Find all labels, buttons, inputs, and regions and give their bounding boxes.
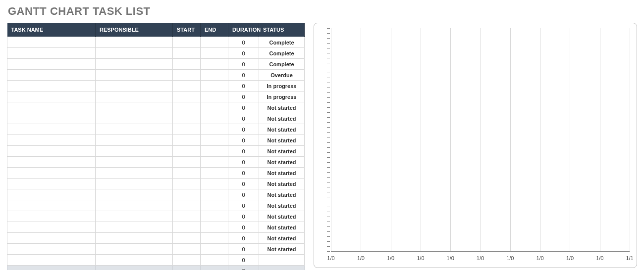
cell-duration[interactable]: 0 bbox=[228, 189, 259, 200]
cell-responsible[interactable] bbox=[96, 168, 173, 179]
cell-task[interactable] bbox=[7, 48, 96, 59]
table-row[interactable]: 0Not started bbox=[7, 233, 305, 244]
table-row[interactable]: 0Not started bbox=[7, 211, 305, 222]
cell-responsible[interactable] bbox=[96, 59, 173, 70]
cell-responsible[interactable] bbox=[96, 244, 173, 255]
cell-duration[interactable]: 0 bbox=[228, 200, 259, 211]
cell-end[interactable] bbox=[201, 81, 228, 91]
cell-duration[interactable]: 0 bbox=[228, 146, 259, 157]
cell-task[interactable] bbox=[7, 37, 96, 48]
cell-end[interactable] bbox=[201, 255, 228, 266]
cell-duration[interactable]: 0 bbox=[228, 59, 259, 70]
cell-end[interactable] bbox=[201, 70, 228, 81]
cell-task[interactable] bbox=[7, 91, 96, 102]
cell-task[interactable] bbox=[7, 244, 96, 255]
cell-end[interactable] bbox=[201, 146, 228, 157]
cell-start[interactable] bbox=[173, 91, 201, 102]
table-row[interactable]: 0Not started bbox=[7, 179, 305, 189]
cell-responsible[interactable] bbox=[96, 179, 173, 189]
cell-duration[interactable]: 0 bbox=[228, 157, 259, 168]
cell-duration[interactable]: 0 bbox=[228, 233, 259, 244]
cell-end[interactable] bbox=[201, 189, 228, 200]
cell-responsible[interactable] bbox=[96, 135, 173, 146]
table-row[interactable]: 0 bbox=[7, 255, 305, 266]
table-row[interactable]: 0Not started bbox=[7, 222, 305, 233]
cell-duration[interactable]: 0 bbox=[228, 135, 259, 146]
cell-task[interactable] bbox=[7, 102, 96, 113]
cell-end[interactable] bbox=[201, 157, 228, 168]
cell-start[interactable] bbox=[173, 124, 201, 135]
cell-start[interactable] bbox=[173, 189, 201, 200]
table-row[interactable]: 0Not started bbox=[7, 189, 305, 200]
cell-duration[interactable]: 0 bbox=[228, 222, 259, 233]
cell-duration[interactable]: 0 bbox=[228, 48, 259, 59]
cell-responsible[interactable] bbox=[96, 48, 173, 59]
table-row[interactable]: 0Not started bbox=[7, 157, 305, 168]
cell-start[interactable] bbox=[173, 113, 201, 124]
cell-start[interactable] bbox=[173, 102, 201, 113]
cell-start[interactable] bbox=[173, 222, 201, 233]
cell-responsible[interactable] bbox=[96, 211, 173, 222]
table-row[interactable]: 0Complete bbox=[7, 48, 305, 59]
cell-end[interactable] bbox=[201, 135, 228, 146]
cell-responsible[interactable] bbox=[96, 113, 173, 124]
cell-end[interactable] bbox=[201, 48, 228, 59]
cell-responsible[interactable] bbox=[96, 37, 173, 48]
cell-start[interactable] bbox=[173, 168, 201, 179]
cell-responsible[interactable] bbox=[96, 255, 173, 266]
cell-responsible[interactable] bbox=[96, 70, 173, 81]
cell-duration[interactable]: 0 bbox=[228, 124, 259, 135]
cell-duration[interactable]: 0 bbox=[228, 113, 259, 124]
cell-task[interactable] bbox=[7, 146, 96, 157]
cell-duration[interactable]: 0 bbox=[228, 37, 259, 48]
cell-duration[interactable]: 0 bbox=[228, 179, 259, 189]
cell-start[interactable] bbox=[173, 211, 201, 222]
table-row[interactable]: 0Not started bbox=[7, 135, 305, 146]
cell-duration[interactable]: 0 bbox=[228, 70, 259, 81]
cell-task[interactable] bbox=[7, 59, 96, 70]
cell-responsible[interactable] bbox=[96, 200, 173, 211]
cell-start[interactable] bbox=[173, 135, 201, 146]
cell-task[interactable] bbox=[7, 179, 96, 189]
cell-end[interactable] bbox=[201, 244, 228, 255]
table-row[interactable]: 0Complete bbox=[7, 59, 305, 70]
cell-end[interactable] bbox=[201, 211, 228, 222]
cell-task[interactable] bbox=[7, 189, 96, 200]
cell-end[interactable] bbox=[201, 233, 228, 244]
cell-task[interactable] bbox=[7, 200, 96, 211]
cell-task[interactable] bbox=[7, 135, 96, 146]
cell-end[interactable] bbox=[201, 59, 228, 70]
cell-responsible[interactable] bbox=[96, 189, 173, 200]
cell-end[interactable] bbox=[201, 113, 228, 124]
table-row[interactable]: 0Not started bbox=[7, 102, 305, 113]
cell-start[interactable] bbox=[173, 233, 201, 244]
cell-end[interactable] bbox=[201, 102, 228, 113]
cell-task[interactable] bbox=[7, 113, 96, 124]
cell-responsible[interactable] bbox=[96, 222, 173, 233]
cell-duration[interactable]: 0 bbox=[228, 81, 259, 91]
cell-start[interactable] bbox=[173, 81, 201, 91]
table-row[interactable]: 0In progress bbox=[7, 91, 305, 102]
cell-start[interactable] bbox=[173, 70, 201, 81]
cell-end[interactable] bbox=[201, 91, 228, 102]
table-row[interactable]: 0Not started bbox=[7, 146, 305, 157]
cell-task[interactable] bbox=[7, 168, 96, 179]
cell-task[interactable] bbox=[7, 233, 96, 244]
cell-responsible[interactable] bbox=[96, 157, 173, 168]
cell-end[interactable] bbox=[201, 222, 228, 233]
cell-duration[interactable]: 0 bbox=[228, 255, 259, 266]
cell-end[interactable] bbox=[201, 37, 228, 48]
cell-task[interactable] bbox=[7, 81, 96, 91]
cell-task[interactable] bbox=[7, 157, 96, 168]
table-row[interactable]: 0Overdue bbox=[7, 70, 305, 81]
cell-responsible[interactable] bbox=[96, 91, 173, 102]
cell-duration[interactable]: 0 bbox=[228, 211, 259, 222]
cell-responsible[interactable] bbox=[96, 146, 173, 157]
cell-responsible[interactable] bbox=[96, 102, 173, 113]
cell-start[interactable] bbox=[173, 37, 201, 48]
cell-start[interactable] bbox=[173, 59, 201, 70]
cell-start[interactable] bbox=[173, 255, 201, 266]
cell-end[interactable] bbox=[201, 200, 228, 211]
table-row[interactable]: 0Not started bbox=[7, 113, 305, 124]
cell-start[interactable] bbox=[173, 179, 201, 189]
